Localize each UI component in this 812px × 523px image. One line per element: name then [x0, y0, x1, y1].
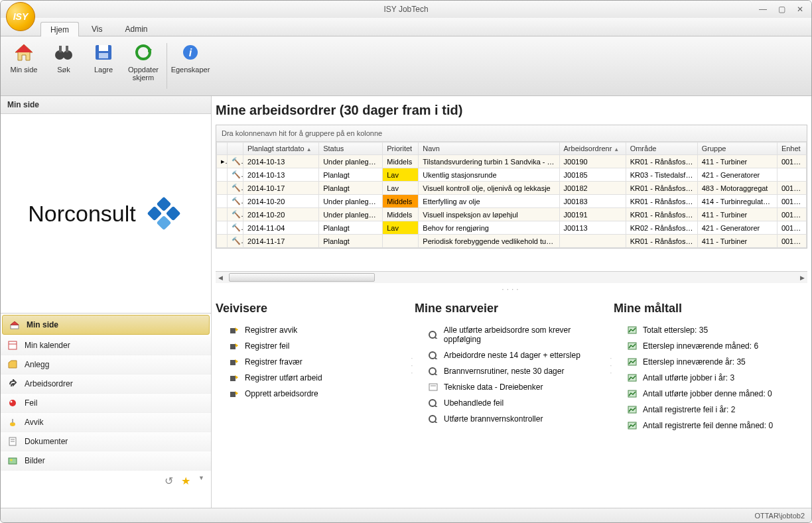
- snarveier-title: Mine snarveier: [415, 302, 608, 316]
- close-button[interactable]: ✕: [794, 5, 806, 14]
- panel-splitter-v2[interactable]: ···: [608, 298, 614, 434]
- panel-veivisere: Veivisere Registrer avvikRegistrer feilR…: [216, 298, 409, 434]
- table-row[interactable]: 🔨2014-11-17PlanlagtPeriodisk forebyggend…: [217, 235, 807, 248]
- cell-dato: 2014-10-20: [243, 208, 319, 221]
- ribbon-min-side[interactable]: Min side: [5, 39, 43, 93]
- col-gruppe[interactable]: Gruppe: [697, 143, 777, 155]
- metric-item[interactable]: Antall registrerte feil denne måned: 0: [614, 418, 807, 434]
- nav-favorite-icon[interactable]: ★: [181, 475, 190, 487]
- wizard-icon: [229, 373, 239, 382]
- cell-navn: Visuell inspeksjon av løpehjul: [419, 208, 559, 221]
- scrollbar-thumb[interactable]: [229, 273, 375, 282]
- ribbon-egenskaper[interactable]: i Egenskaper: [171, 39, 210, 93]
- scroll-right-icon[interactable]: ▶: [797, 274, 807, 281]
- sidebar-item-bilder[interactable]: Bilder: [1, 451, 211, 471]
- shortcut-icon: [428, 398, 439, 408]
- tab-admin[interactable]: Admin: [115, 21, 157, 36]
- cell-navn: Periodisk forebyggende vedlikehold turbi…: [419, 235, 559, 248]
- scroll-left-icon[interactable]: ◀: [216, 274, 226, 281]
- shortcut-link[interactable]: Utførte brannvernskontroller: [415, 411, 608, 427]
- horizontal-scrollbar[interactable]: ◀ ▶: [216, 271, 807, 283]
- shortcut-link[interactable]: Tekniske data - Dreiebenker: [415, 379, 608, 395]
- metric-item[interactable]: Antall utførte jobber denne måned: 0: [614, 386, 807, 402]
- wizard-icon: [229, 357, 239, 367]
- col-status[interactable]: Status: [319, 143, 383, 155]
- app-orb[interactable]: ISY: [6, 2, 35, 31]
- nav-dropdown-icon[interactable]: ▼: [198, 475, 204, 487]
- ribbon-oppdater[interactable]: Oppdater skjerm: [124, 39, 163, 93]
- shortcut-link[interactable]: Brannvernsrutiner, neste 30 dager: [415, 363, 608, 379]
- row-selector[interactable]: [217, 195, 228, 208]
- refresh-icon: [133, 42, 154, 63]
- nav-history-icon[interactable]: ↺: [165, 475, 173, 487]
- sidebar-item-min-side[interactable]: Min side: [2, 315, 210, 335]
- table-row[interactable]: 🔨2014-11-04PlanlagtLavBehov for rengjøri…: [217, 221, 807, 235]
- cell-navn: Behov for rengjøring: [419, 221, 559, 235]
- metric-item[interactable]: Etterslep inneværende år: 35: [614, 354, 807, 370]
- col-enhet[interactable]: Enhet: [777, 143, 806, 155]
- row-selector[interactable]: ▸: [217, 155, 228, 168]
- col-arbnr[interactable]: Arbeidsordrenr▲: [559, 143, 626, 155]
- col-navn[interactable]: Navn: [419, 143, 559, 155]
- sidebar-item-min-kalender[interactable]: Min kalender: [1, 336, 211, 355]
- sidebar-item-avvik[interactable]: Avvik: [1, 413, 211, 432]
- svg-rect-16: [156, 215, 171, 231]
- wizard-link[interactable]: Opprett arbeidsordre: [216, 386, 409, 402]
- col-icon[interactable]: [228, 143, 243, 155]
- table-row[interactable]: ▸🔨2014-10-13Under planleggingMiddelsTils…: [217, 155, 807, 168]
- row-selector[interactable]: [217, 208, 228, 221]
- ribbon-tabs: Hjem Vis Admin: [1, 18, 811, 36]
- col-startdato[interactable]: Planlagt startdato▲: [243, 143, 319, 155]
- wizard-link[interactable]: Registrer avvik: [216, 322, 409, 338]
- wizard-label: Registrer fravær: [245, 357, 303, 367]
- row-selector[interactable]: [217, 182, 228, 195]
- metric-item[interactable]: Antall registrerte feil i år: 2: [614, 402, 807, 418]
- table-row[interactable]: 🔨2014-10-17PlanlagtLavVisuell kontroll o…: [217, 182, 807, 195]
- wizard-link[interactable]: Registrer fravær: [216, 354, 409, 370]
- svg-point-29: [11, 459, 13, 461]
- ribbon-lagre[interactable]: Lagre: [84, 39, 123, 93]
- tab-vis[interactable]: Vis: [82, 21, 112, 36]
- col-omrade[interactable]: Område: [626, 143, 697, 155]
- row-selector[interactable]: [217, 235, 228, 248]
- cell-prioritet: Lav: [383, 182, 419, 195]
- row-selector[interactable]: [217, 221, 228, 235]
- shortcut-link[interactable]: Ubehandlede feil: [415, 395, 608, 411]
- wizard-link[interactable]: Registrer feil: [216, 338, 409, 354]
- svg-rect-24: [12, 419, 13, 423]
- ribbon-sok[interactable]: Søk: [44, 39, 83, 93]
- table-row[interactable]: 🔨2014-10-13PlanlagtLavUkentlig stasjonsr…: [217, 168, 807, 182]
- metric-item[interactable]: Antall utførte jobber i år: 3: [614, 370, 807, 386]
- panel-splitter-v1[interactable]: ···: [409, 298, 415, 434]
- minimize-button[interactable]: —: [757, 5, 769, 14]
- cell-omrade: KR02 - Rånåsfoss II: [626, 221, 697, 235]
- metric-item[interactable]: Totalt etterslep: 35: [614, 322, 807, 338]
- sidebar-item-dokumenter[interactable]: Dokumenter: [1, 432, 211, 451]
- wizard-link[interactable]: Registrer utført arbeid: [216, 370, 409, 386]
- sidebar-item-arbeidsordrer[interactable]: Arbeidsordrer: [1, 375, 211, 394]
- table-row[interactable]: 🔨2014-10-20Under planleggingMiddelsVisue…: [217, 208, 807, 221]
- wizard-icon: [229, 325, 239, 335]
- sidebar-item-feil[interactable]: Feil: [1, 394, 211, 413]
- svg-rect-19: [9, 341, 17, 349]
- row-selector[interactable]: [217, 168, 228, 182]
- panel-splitter[interactable]: ····: [212, 283, 811, 295]
- sidebar-item-anlegg[interactable]: Anlegg: [1, 355, 211, 375]
- tab-hjem[interactable]: Hjem: [40, 22, 79, 36]
- cell-prioritet: Middels: [383, 208, 419, 221]
- statusbar: OTTAR\jobtob2: [1, 508, 811, 522]
- col-selector[interactable]: [217, 143, 228, 155]
- shortcut-link[interactable]: Arbeidordre neste 14 dager + etterslep: [415, 347, 608, 363]
- col-prioritet[interactable]: Prioritet: [383, 143, 419, 155]
- table-row[interactable]: 🔨2014-10-20Under planleggingMiddelsEtter…: [217, 195, 807, 208]
- chart-icon: [627, 373, 638, 382]
- group-drop-area[interactable]: Dra kolonnenavn hit for å gruppere på en…: [216, 125, 807, 142]
- nav-icon: [7, 455, 18, 466]
- workorders-table: Planlagt startdato▲ Status Prioritet Nav…: [216, 142, 807, 248]
- content-area: Min side Norconsult Min sideMin kalender…: [1, 96, 811, 508]
- svg-rect-17: [11, 325, 19, 329]
- metric-item[interactable]: Etterslep inneværende måned: 6: [614, 338, 807, 354]
- shortcut-link[interactable]: Alle utførte arbeidsordre som krever opp…: [415, 322, 608, 347]
- maximize-button[interactable]: ▢: [776, 5, 787, 14]
- cell-status: Planlagt: [319, 235, 383, 248]
